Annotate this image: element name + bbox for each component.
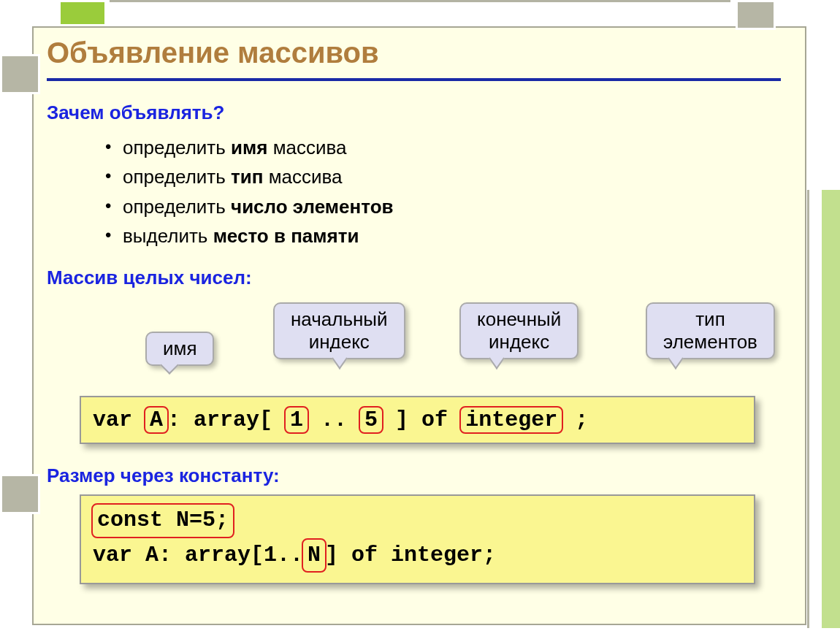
code-hl-end: 5 bbox=[359, 406, 383, 434]
decor-green-top bbox=[58, 0, 107, 26]
why-item: выделить место в памяти bbox=[105, 221, 792, 251]
code-hl-n: N bbox=[302, 538, 327, 573]
callout-end-index-label: конечный индекс bbox=[477, 308, 561, 353]
code-hl-start: 1 bbox=[284, 406, 309, 434]
code-hl-const: const N=5; bbox=[91, 503, 234, 538]
why-item-text: определить bbox=[123, 137, 231, 158]
code-hl-name: A bbox=[144, 406, 169, 434]
why-item-text: выделить bbox=[123, 225, 213, 247]
why-item-bold: место в памяти bbox=[213, 225, 359, 247]
decor-gray-top bbox=[736, 0, 776, 30]
code-text: var A: array[1.. bbox=[93, 543, 303, 567]
why-item-bold: имя bbox=[231, 137, 267, 158]
code-const: const N=5; var A: array[1..N] of integer… bbox=[80, 494, 755, 584]
decor-right-bar bbox=[807, 190, 809, 628]
callout-elem-type-label: тип элементов bbox=[663, 308, 757, 353]
code-text: ; bbox=[562, 408, 588, 432]
const-heading: Размер через константу: bbox=[47, 464, 792, 487]
decor-gray-left2 bbox=[0, 474, 40, 514]
code-text: .. bbox=[308, 408, 360, 432]
callout-name: имя bbox=[145, 332, 214, 366]
why-heading: Зачем объявлять? bbox=[47, 102, 792, 124]
code-text: : array[ bbox=[167, 408, 286, 432]
callout-start-index: начальный индекс bbox=[273, 302, 405, 359]
decor-gray-left1 bbox=[0, 54, 40, 94]
why-item-bold: число элементов bbox=[231, 196, 393, 218]
code-text: var bbox=[93, 408, 145, 432]
decor-top-bar bbox=[110, 0, 730, 2]
callout-elem-type: тип элементов bbox=[646, 302, 775, 359]
why-list: определить имя массива определить тип ма… bbox=[105, 133, 792, 251]
why-item-suffix: массива bbox=[267, 137, 346, 158]
callout-start-index-label: начальный индекс bbox=[291, 308, 388, 353]
decor-green-right bbox=[822, 190, 840, 628]
code-hl-type: integer bbox=[459, 406, 563, 434]
slide-title: Объявление массивов bbox=[47, 37, 792, 69]
callout-row: имя начальный индекс конечный индекс тип… bbox=[47, 302, 792, 390]
code-text: ] of bbox=[382, 408, 461, 432]
why-item-text: определить bbox=[123, 166, 231, 188]
why-item: определить тип массива bbox=[105, 162, 792, 191]
slide-content: Объявление массивов Зачем объявлять? опр… bbox=[47, 37, 792, 584]
why-item-bold: тип bbox=[231, 166, 263, 188]
code-text: ] of integer; bbox=[325, 543, 496, 567]
why-item: определить число элементов bbox=[105, 192, 792, 221]
title-underline bbox=[47, 78, 781, 81]
int-array-heading: Массив целых чисел: bbox=[47, 267, 792, 289]
why-item-suffix: массива bbox=[263, 166, 342, 188]
why-item-text: определить bbox=[123, 196, 231, 218]
code-declaration: var A: array[ 1 .. 5 ] of integer ; bbox=[80, 396, 755, 444]
callout-end-index: конечный индекс bbox=[459, 302, 579, 359]
why-item: определить имя массива bbox=[105, 133, 792, 162]
